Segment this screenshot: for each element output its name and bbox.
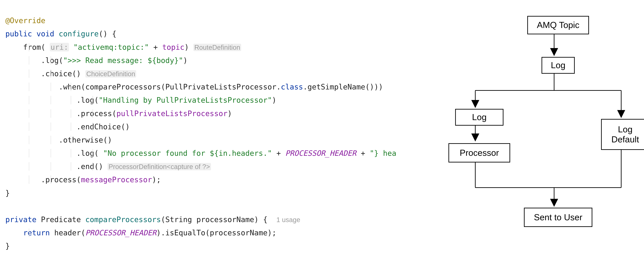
call-log: .log <box>76 96 94 104</box>
call-compare-processors: compareProcessors <box>85 83 161 91</box>
call-is-equal-to: .isEqualTo <box>161 229 205 237</box>
node-label: Processor <box>460 148 499 158</box>
string-activemq: "activemq:topic:" <box>73 43 149 51</box>
call-process: .process <box>41 175 76 184</box>
node-label: Log <box>551 60 566 70</box>
string-noproc-1: "No processor found for ${in.headers." <box>103 149 272 157</box>
field-topic: topic <box>162 43 184 51</box>
hint-processor-definition: ProcessorDefinition<capture of ?> <box>108 163 211 170</box>
punct: ( <box>76 175 81 184</box>
call-process: .process <box>76 109 112 118</box>
call-endchoice: .endChoice() <box>76 122 130 131</box>
call-from: from <box>23 43 41 51</box>
punct: + <box>272 149 285 157</box>
field-pullproc: pullPrivateListsProcessor <box>116 109 228 118</box>
call-getsimplename: .getSimpleName() <box>303 83 374 91</box>
node-label: Log <box>472 112 487 122</box>
node-label: AMQ Topic <box>537 20 579 30</box>
punct: ) <box>228 109 232 118</box>
punct: ); <box>152 175 161 184</box>
text: Log <box>618 124 632 134</box>
node-processor: Processor <box>448 143 510 162</box>
punct: ( <box>161 215 165 224</box>
punct: } <box>5 242 10 250</box>
punct: } <box>5 189 10 197</box>
call-choice: .choice() <box>41 69 81 78</box>
hint-route-definition: RouteDefinition <box>193 44 241 51</box>
call-when: .when <box>59 83 81 91</box>
string-handling: "Handling by PullPrivateListsProcessor" <box>98 96 272 104</box>
node-label: Sent to User <box>534 212 582 223</box>
call-log: .log <box>41 56 59 65</box>
keyword-void: void <box>36 29 54 38</box>
hint-choice-definition: ChoiceDefinition <box>85 70 136 77</box>
punct: ( <box>81 229 85 237</box>
param-hint-uri: uri: <box>50 43 69 51</box>
punct: ( <box>59 56 63 65</box>
flow-diagram: AMQ Topic Log Log LogDefault Processor S… <box>416 0 644 270</box>
punct: ( <box>94 96 99 104</box>
punct: . <box>276 83 281 91</box>
call-log: .log <box>76 149 94 157</box>
keyword-private: private <box>5 215 36 224</box>
usage-count[interactable]: 1 usage <box>276 216 300 224</box>
node-log: Log <box>542 57 575 74</box>
ref-processor-name: processorName <box>210 229 268 237</box>
method-compare-processors: compareProcessors <box>85 215 161 224</box>
node-log-default: LogDefault <box>601 119 644 150</box>
punct: ( <box>81 83 85 91</box>
code-editor[interactable]: @Override public void configure() { from… <box>0 0 416 270</box>
param-processor-name: processorName <box>196 215 254 224</box>
root: @Override public void configure() { from… <box>0 0 644 270</box>
punct: ( <box>205 229 210 237</box>
keyword-class: class <box>281 83 303 91</box>
punct: () { <box>98 29 116 38</box>
punct: ( <box>112 109 116 118</box>
punct: ) <box>183 56 188 65</box>
node-label: LogDefault <box>612 124 639 145</box>
punct: )) <box>374 83 383 91</box>
string-read-message: ">>> Read message: ${body}" <box>63 56 183 65</box>
punct: ) <box>156 229 161 237</box>
punct: ); <box>268 229 276 237</box>
node-sent-to-user: Sent to User <box>524 208 592 227</box>
node-log-branch: Log <box>455 109 504 126</box>
annotation-override: @Override <box>5 16 45 25</box>
punct: + <box>356 149 370 157</box>
call-header: header <box>54 229 81 237</box>
call-end: .end() <box>76 162 103 171</box>
const-processor-header: PROCESSOR_HEADER <box>285 149 356 157</box>
punct: ( <box>94 149 103 157</box>
punct: + <box>149 43 162 51</box>
type-string: String <box>165 215 192 224</box>
keyword-return: return <box>23 229 50 237</box>
punct: ( <box>41 43 50 51</box>
call-otherwise: .otherwise() <box>59 136 112 144</box>
const-processor-header: PROCESSOR_HEADER <box>85 229 156 237</box>
type-predicate: Predicate <box>41 215 81 224</box>
punct: ) <box>184 43 193 51</box>
keyword-public: public <box>5 29 32 38</box>
string-noproc-2: "} hea <box>370 149 396 157</box>
field-message-processor: messageProcessor <box>81 175 152 184</box>
type-pullproc: PullPrivateListsProcessor <box>165 83 276 91</box>
node-amq-topic: AMQ Topic <box>527 16 589 34</box>
punct: ) { <box>254 215 276 224</box>
method-configure: configure <box>59 29 98 38</box>
punct: ) <box>272 96 276 104</box>
punct: ( <box>161 83 165 91</box>
text: Default <box>612 134 639 144</box>
